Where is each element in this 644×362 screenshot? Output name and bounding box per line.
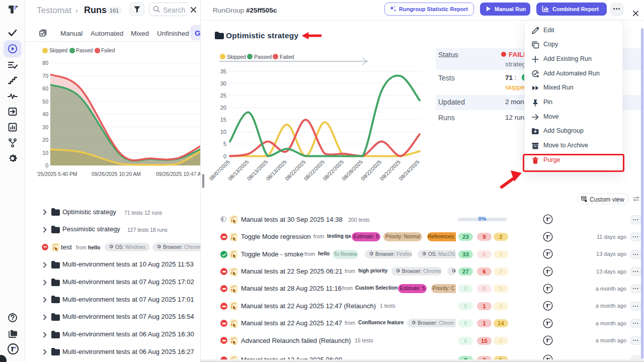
svg-text:80: 80: [42, 60, 48, 66]
svg-text:30: 30: [42, 124, 48, 130]
svg-text:30: 30: [220, 80, 226, 86]
svg-text:'25/2025 5:40 PM: '25/2025 5:40 PM: [37, 171, 77, 177]
svg-text:20: 20: [220, 105, 226, 111]
svg-text:60: 60: [42, 85, 48, 92]
svg-text:5: 5: [223, 141, 226, 147]
svg-text:09/24/2025: 09/24/2025: [397, 158, 421, 182]
svg-text:09/26/2025 10:20 AM: 09/26/2025 10:20 AM: [92, 171, 141, 177]
svg-text:35: 35: [220, 68, 226, 74]
svg-text:0: 0: [45, 162, 48, 168]
svg-text:10: 10: [220, 129, 226, 135]
svg-text:10: 10: [42, 150, 48, 156]
svg-text:40: 40: [42, 111, 48, 117]
svg-text:50: 50: [42, 99, 48, 105]
svg-text:25: 25: [220, 93, 226, 99]
svg-text:09/26/2025 10:47 AM: 09/26/2025 10:47 AM: [156, 171, 200, 177]
svg-text:20: 20: [42, 137, 48, 143]
svg-text:15: 15: [220, 117, 226, 123]
svg-text:0: 0: [223, 153, 226, 159]
svg-text:70: 70: [42, 73, 48, 79]
